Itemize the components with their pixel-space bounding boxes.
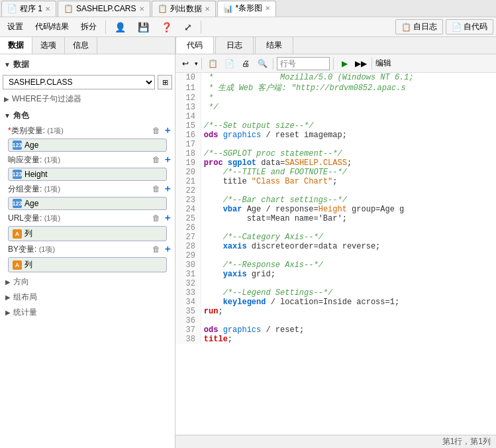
right-tab-log[interactable]: 日志 [215, 37, 254, 54]
tab-barchart[interactable]: 📊 *条形图 ✕ [217, 1, 277, 17]
code-button[interactable]: 📄 自代码 [446, 19, 493, 34]
person-icon: 👤 [115, 22, 126, 32]
line-number: 12 [175, 93, 201, 103]
role-label: 角色 [13, 110, 29, 121]
line-content: ods graphics / reset; [201, 325, 496, 335]
tab-listdata-close[interactable]: ✕ [205, 5, 210, 13]
by-var-name: 列 [25, 259, 32, 270]
tab-program1-close[interactable]: ✕ [45, 5, 50, 13]
class-grid-btn[interactable]: ⊞ [158, 75, 172, 89]
run-btn[interactable]: ▶ [337, 56, 352, 71]
person-icon-btn[interactable]: 👤 [110, 19, 130, 35]
right-tab-code[interactable]: 代码 [175, 37, 214, 54]
right-tab-log-label: 日志 [226, 40, 242, 50]
tab-sashelpcars-label: SASHELP.CARS [76, 4, 136, 13]
code-result-button[interactable]: 代码/结果 [30, 19, 74, 35]
line-number: 10 [175, 73, 201, 82]
direction-label: 方向 [13, 276, 29, 288]
split-button[interactable]: 拆分 [76, 19, 101, 35]
direction-arrow: ▶ [5, 278, 11, 286]
group-delete-btn[interactable]: 🗑 [152, 184, 160, 194]
tab-program1[interactable]: 📄 程序 1 ✕ [1, 1, 56, 17]
direction-section[interactable]: ▶ 方向 [3, 275, 172, 289]
category-add-btn[interactable]: ＋ [163, 125, 172, 137]
line-content: /*--TITLE and FOOTNOTE--*/ [201, 168, 496, 177]
code-line: 37ods graphics / reset; [175, 325, 496, 335]
undo-btn[interactable]: ↩ [178, 56, 193, 71]
tab-sashelpcars-close[interactable]: ✕ [139, 5, 144, 13]
category-delete-btn[interactable]: 🗑 [152, 126, 160, 135]
line-content: stat=Mean name='Bar'; [201, 214, 496, 223]
line-content [201, 251, 496, 260]
code-editor[interactable]: 10 * Mozilla/5.0 (Windows NT 6.1;11 * 生成… [175, 73, 496, 435]
tab-barchart-close[interactable]: ✕ [265, 5, 270, 12]
right-tab-code-label: 代码 [187, 40, 203, 50]
response-add-btn[interactable]: ＋ [163, 154, 172, 166]
data-section-header[interactable]: ▼ 数据 [3, 57, 172, 72]
stats-section[interactable]: ▶ 统计量 [3, 306, 172, 319]
by-add-btn[interactable]: ＋ [163, 243, 172, 255]
undo-arrow: ▾ [195, 60, 198, 67]
tab-program1-label: 程序 1 [20, 3, 42, 15]
line-number: 15 [175, 121, 201, 131]
role-arrow: ▼ [4, 112, 11, 119]
line-content [201, 279, 496, 288]
line-number: 14 [175, 112, 201, 121]
tab-listdata[interactable]: 📋 列出数据 ✕ [152, 1, 216, 17]
line-content [201, 316, 496, 325]
save-icon-btn[interactable]: 💾 [133, 19, 154, 35]
code-toolbar: ↩ ▾ 📋 📄 🖨 🔍 ▶ ▶▶ 编辑 [175, 54, 496, 73]
role-header[interactable]: ▼ 角色 [3, 109, 172, 123]
code-icon: 📄 [452, 23, 462, 32]
layout-section[interactable]: ▶ 组布局 [3, 290, 172, 304]
print-btn[interactable]: 🖨 [238, 56, 253, 71]
code-line: 32 [175, 279, 496, 288]
response-delete-btn[interactable]: 🗑 [152, 155, 160, 164]
print-icon: 🖨 [242, 59, 250, 68]
text-icon-by: A [13, 260, 22, 270]
paste-btn[interactable]: 📄 [222, 56, 236, 71]
setup-button[interactable]: 设置 [3, 19, 28, 35]
question-icon-btn[interactable]: ❓ [156, 19, 177, 35]
find-btn[interactable]: 🔍 [255, 56, 270, 71]
layout-label: 组布局 [13, 292, 37, 303]
role-row-url: URL变量: (1项) 🗑 ＋ [8, 212, 172, 224]
response-label-text: 响应变量: [8, 155, 42, 164]
left-tab-info[interactable]: 信息 [65, 37, 97, 54]
line-content: proc sgplot data=SASHELP.CLASS; [201, 158, 496, 168]
line-content: vbar Age / response=Height group=Age g [201, 205, 496, 214]
line-number: 35 [175, 307, 201, 316]
by-var-pill[interactable]: A 列 [8, 257, 167, 272]
where-header[interactable]: ▶ WHERE子句过滤器 [3, 92, 172, 106]
line-content: keylegend / location=Inside across=1; [201, 298, 496, 307]
right-toolbar-group: 📋 自日志 📄 自代码 [395, 19, 493, 34]
line-number: 21 [175, 177, 201, 186]
url-delete-btn[interactable]: 🗑 [152, 213, 160, 223]
split-label: 拆分 [81, 21, 97, 32]
response-var-pill[interactable]: 123 Height [8, 168, 167, 181]
group-add-btn[interactable]: ＋ [163, 183, 172, 195]
log-icon: 📋 [401, 23, 411, 32]
line-number: 27 [175, 233, 201, 242]
code-line: 23 /*--Bar chart settings--*/ [175, 196, 496, 205]
class-dropdown[interactable]: SASHELP.CLASS [3, 75, 155, 89]
line-number: 38 [175, 335, 201, 344]
expand-icon-btn[interactable]: ⤢ [179, 19, 197, 35]
left-tab-data[interactable]: 数据 [0, 37, 32, 54]
text-icon-url: A [13, 229, 22, 239]
code-sep3 [333, 58, 334, 70]
submit-btn[interactable]: ▶▶ [354, 56, 368, 71]
category-var-pill[interactable]: 123 Age [8, 139, 167, 152]
url-var-pill[interactable]: A 列 [8, 226, 167, 241]
copy-btn[interactable]: 📋 [205, 56, 220, 71]
paste-icon: 📄 [224, 59, 234, 68]
code-line: 29 [175, 251, 496, 260]
by-delete-btn[interactable]: 🗑 [152, 245, 160, 254]
line-number-input[interactable] [277, 57, 330, 70]
tab-sashelpcars[interactable]: 📋 SASHELP.CARS ✕ [58, 1, 150, 17]
group-var-pill[interactable]: 123 Age [8, 197, 167, 210]
left-tab-options[interactable]: 选项 [32, 37, 65, 54]
url-add-btn[interactable]: ＋ [163, 212, 172, 224]
right-tab-result[interactable]: 结果 [255, 37, 293, 54]
log-button[interactable]: 📋 自日志 [395, 19, 443, 34]
